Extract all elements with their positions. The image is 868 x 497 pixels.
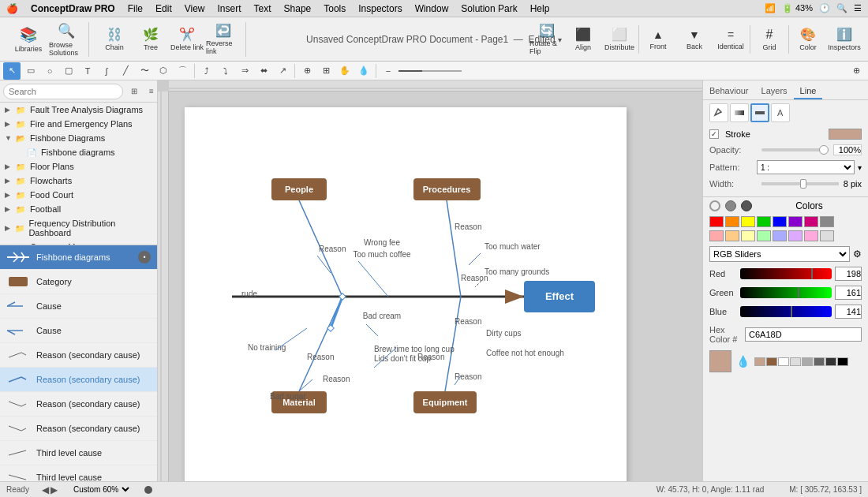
toolbar-tree-btn[interactable]: 🌿 Tree: [133, 22, 168, 57]
swatch-lt-blue[interactable]: [773, 230, 787, 241]
swatch-blue[interactable]: [773, 216, 787, 227]
canvas-scroll-area[interactable]: Effect People Procedures Material Equipm…: [169, 92, 702, 481]
sidebar-item-floor-plans[interactable]: ▶ 📁 Floor Plans: [0, 159, 157, 174]
tool-connect2[interactable]: ⤵: [217, 62, 234, 80]
blue-thumb[interactable]: [791, 306, 792, 317]
toolbar-distribute-btn[interactable]: ⬜ Distribute: [602, 22, 637, 57]
stroke-color-swatch[interactable]: [829, 129, 862, 140]
toolbar-align-btn[interactable]: ⬛ Align: [566, 22, 600, 57]
edited-dropdown-icon[interactable]: ▾: [558, 36, 562, 44]
tab-behaviour[interactable]: Behaviour: [703, 84, 755, 99]
canvas-page[interactable]: Effect People Procedures Material Equipm…: [185, 107, 627, 481]
mini-swatch-7[interactable]: [825, 357, 836, 366]
width-slider[interactable]: [761, 182, 839, 185]
page-prev-btn[interactable]: ◀: [42, 484, 49, 495]
swatch-purple[interactable]: [788, 216, 803, 227]
menu-solution-park[interactable]: Solution Park: [461, 3, 517, 14]
swatch-lt-green[interactable]: [757, 230, 771, 241]
list-view-btn[interactable]: ≡: [144, 84, 159, 99]
green-slider[interactable]: [740, 287, 832, 298]
green-thumb[interactable]: [798, 287, 799, 298]
stroke-checkbox[interactable]: ✓: [709, 129, 719, 139]
shapes-reason-sec3[interactable]: Reason (secondary cause): [0, 392, 157, 417]
sidebar-item-fire-emergency[interactable]: ▶ 📁 Fire and Emergency Plans: [0, 117, 157, 131]
toolbar-inspectors-btn[interactable]: ℹ️ Inspectors: [827, 22, 862, 57]
tool-zoom-in[interactable]: ⊕: [298, 62, 316, 80]
swatch-lt-yellow[interactable]: [741, 230, 755, 241]
width-thumb[interactable]: [800, 179, 806, 189]
mini-swatch-4[interactable]: [790, 357, 801, 366]
swatch-lt-red[interactable]: [709, 230, 724, 241]
toolbar-identical-btn[interactable]: = Identical: [713, 22, 748, 57]
toolbar-grid-btn[interactable]: # Grid: [752, 22, 787, 57]
red-thumb[interactable]: [811, 268, 813, 279]
tool-bezier[interactable]: 〜: [136, 62, 153, 80]
menu-help[interactable]: Help: [530, 3, 550, 14]
tool-connect4[interactable]: ⬌: [255, 62, 272, 80]
mini-swatch-6[interactable]: [814, 357, 825, 366]
tool-zoom-fit[interactable]: ⊞: [317, 62, 335, 80]
swatch-magenta[interactable]: [804, 216, 818, 227]
menu-shape[interactable]: Shape: [284, 3, 312, 14]
tool-zoom-out[interactable]: −: [380, 62, 397, 80]
swatch-yellow[interactable]: [741, 216, 755, 227]
line-pen-icon[interactable]: [709, 103, 728, 122]
color-circle-1[interactable]: [709, 200, 720, 211]
opacity-input[interactable]: [833, 144, 862, 155]
color-mode-select[interactable]: RGB Sliders HSB Sliders CMYK Sliders: [709, 246, 850, 262]
mini-swatch-8[interactable]: [837, 357, 848, 366]
stroke-color-preview[interactable]: [829, 129, 862, 140]
hex-input[interactable]: [745, 327, 862, 342]
color-preview-swatch[interactable]: [709, 350, 731, 372]
menu-text[interactable]: Text: [254, 3, 271, 14]
swatch-lt-gray[interactable]: [820, 230, 834, 241]
menu-window[interactable]: Window: [415, 3, 449, 14]
shapes-third-level1[interactable]: Third level cause: [0, 441, 157, 465]
tool-arc[interactable]: ⌒: [174, 62, 191, 80]
sidebar-item-football[interactable]: ▶ 📁 Football: [0, 202, 157, 216]
sidebar-item-food-court[interactable]: ▶ 📁 Food Court: [0, 188, 157, 202]
toolbar-deletelink-btn[interactable]: ✂️ Delete link: [170, 22, 204, 57]
toolbar-browse-btn[interactable]: 🔍 Browse Solutions: [49, 22, 84, 57]
tab-line[interactable]: Line: [794, 84, 823, 99]
line-gradient-icon[interactable]: [730, 103, 749, 122]
shapes-reason-sec1[interactable]: Reason (secondary cause): [0, 343, 157, 368]
toolbar-libraries-btn[interactable]: 📚 Libraries: [11, 22, 46, 57]
line-solid-icon[interactable]: [750, 103, 769, 122]
pattern-select[interactable]: 1 : 2 : 3 :: [757, 160, 855, 174]
eyedropper-icon[interactable]: 💧: [736, 355, 750, 368]
tool-connect5[interactable]: ↗: [274, 62, 291, 80]
shapes-reason-sec4[interactable]: Reason (secondary cause): [0, 417, 157, 441]
color-circle-3[interactable]: [741, 200, 752, 211]
swatch-lt-magenta[interactable]: [804, 230, 818, 241]
opacity-slider[interactable]: [761, 148, 829, 151]
tool-connect[interactable]: ⤴: [198, 62, 215, 80]
mini-swatch-2[interactable]: [766, 357, 777, 366]
line-text-icon[interactable]: A: [771, 103, 790, 122]
tool-zoom-reset[interactable]: ⊕: [847, 62, 865, 80]
tool-poly[interactable]: ⬡: [155, 62, 172, 80]
tool-rect[interactable]: ▭: [22, 62, 39, 80]
blue-input[interactable]: [835, 305, 862, 319]
tool-connect3[interactable]: ⇒: [236, 62, 253, 80]
menu-insert[interactable]: Insert: [218, 3, 241, 14]
shapes-third-level2[interactable]: Third level cause: [0, 465, 157, 481]
shapes-reason-sec2[interactable]: Reason (secondary cause): [0, 368, 157, 392]
tool-curve[interactable]: ∫: [98, 62, 115, 80]
red-input[interactable]: [835, 267, 862, 281]
toolbar-chain-btn[interactable]: ⛓️ Chain: [97, 22, 132, 57]
swatch-red[interactable]: [709, 216, 724, 227]
page-next-btn[interactable]: ▶: [51, 484, 58, 495]
tool-pointer[interactable]: ↖: [3, 62, 21, 80]
zoom-slider[interactable]: [398, 70, 462, 72]
mini-swatch-1[interactable]: [754, 357, 765, 366]
shapes-fishbone-header[interactable]: Fishbone diagrams •: [0, 245, 157, 270]
shapes-category[interactable]: Category: [0, 270, 157, 294]
shapes-cause1[interactable]: Cause: [0, 294, 157, 319]
sidebar-item-fishbone-sub[interactable]: 📄 Fishbone diagrams: [0, 145, 157, 159]
tool-line[interactable]: ╱: [117, 62, 134, 80]
sidebar-item-freq-dist[interactable]: ▶ 📁 Frequency Distribution Dashboard: [0, 216, 157, 240]
pattern-dropdown-arrow[interactable]: ▾: [858, 163, 862, 172]
toolbar-front-btn[interactable]: ▲ Front: [641, 22, 675, 57]
page-dot-1[interactable]: [144, 486, 152, 494]
